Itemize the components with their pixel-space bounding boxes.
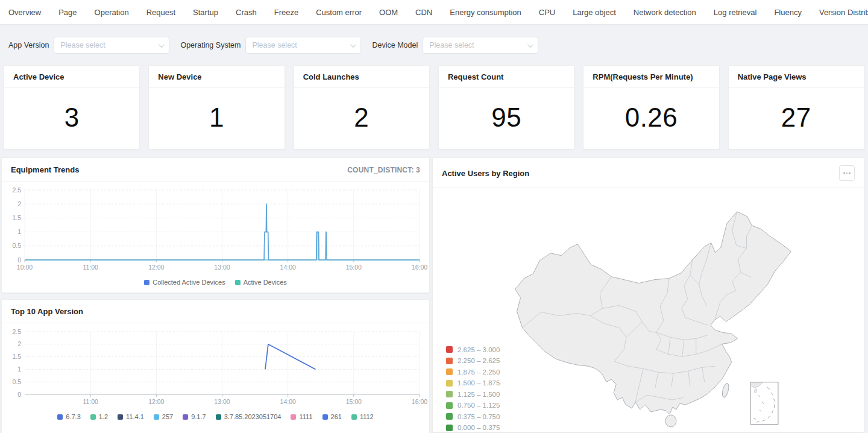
legend-swatch [90,414,96,420]
operating-system-filter: Operating System Please select [180,37,361,54]
legend-item[interactable]: 9.1.7 [183,413,206,420]
tab-overview[interactable]: Overview [8,0,41,24]
card-value: 1 [149,88,284,147]
operating-system-select[interactable]: Please select [245,37,361,54]
app-version-label: App Version [8,41,49,49]
legend-item[interactable]: 1112 [351,413,374,420]
tab-page[interactable]: Page [58,0,77,24]
legend-item[interactable]: 3.7.85.2023051704 [216,413,281,420]
request-count-card: Request Count 95 [438,65,574,150]
device-model-label: Device Model [372,41,418,49]
legend-item-active-devices[interactable]: Active Devices [235,279,287,286]
map-legend-item[interactable]: 1.125 – 1.500 [446,391,500,398]
legend-label: 0.750 – 1.125 [458,402,500,409]
legend-item[interactable]: 261 [322,413,342,420]
svg-text:11:00: 11:00 [83,264,98,271]
legend-label: 11.4.1 [126,413,144,420]
device-model-placeholder: Please select [429,41,474,49]
legend-swatch [322,414,328,420]
legend-swatch [446,346,453,353]
legend-label: 1.500 – 1.875 [458,379,500,387]
tab-operation[interactable]: Operation [95,0,129,24]
svg-text:15:00: 15:00 [346,398,362,405]
card-title: Native Page Views [729,66,864,88]
legend-label: Collected Active Devices [153,279,225,286]
map-legend-item[interactable]: 0.000 – 0.375 [446,424,500,431]
tab-large-object[interactable]: Large object [573,0,616,24]
svg-text:15:00: 15:00 [346,264,362,271]
card-title: Active Device [4,66,139,88]
more-button[interactable] [839,165,855,181]
tab-fluency[interactable]: Fluency [774,0,802,24]
svg-text:1.5: 1.5 [12,214,21,221]
active-device-card: Active Device 3 [4,65,140,150]
legend-swatch [118,414,123,420]
tab-log-retrieval[interactable]: Log retrieval [714,0,757,24]
top-app-version-legend: 6.7.3 1.2 11.4.1 257 [2,413,429,420]
tab-cpu[interactable]: CPU [539,0,555,24]
legend-item[interactable]: 11.4.1 [118,413,144,420]
map-legend-item[interactable]: 0.750 – 1.125 [446,402,500,409]
tab-energy-consumption[interactable]: Energy consumption [450,0,521,24]
tab-freeze[interactable]: Freeze [274,0,298,24]
map-legend-item[interactable]: 0.375 – 0.750 [446,413,500,420]
legend-label: 1.875 – 2.250 [458,368,500,376]
legend-label: 257 [162,413,173,420]
svg-text:12:00: 12:00 [148,398,164,405]
map-legend-item[interactable]: 2.250 – 2.625 [446,357,500,364]
tab-startup[interactable]: Startup [193,0,218,24]
device-model-filter: Device Model Please select [372,37,538,54]
legend-item[interactable]: 1.2 [90,413,108,420]
map-legend-item[interactable]: 1.500 – 1.875 [446,379,500,387]
svg-text:2.5: 2.5 [12,186,21,194]
legend-swatch [183,414,188,420]
legend-swatch [144,280,149,285]
legend-swatch [235,280,241,285]
legend-item[interactable]: 1111 [291,413,312,420]
legend-swatch [57,414,63,420]
tab-network-detection[interactable]: Network detection [634,0,696,24]
legend-swatch [216,414,221,420]
tab-cdn[interactable]: CDN [415,0,432,24]
svg-text:0: 0 [17,391,21,398]
legend-swatch [446,425,453,431]
svg-text:16:00: 16:00 [412,264,427,271]
device-model-select[interactable]: Please select [423,37,538,54]
legend-swatch [446,413,453,420]
svg-text:16:00: 16:00 [412,398,427,405]
tab-oom[interactable]: OOM [379,0,398,24]
legend-item[interactable]: 6.7.3 [57,413,80,420]
legend-swatch [291,414,296,420]
tab-custom-error[interactable]: Custom error [316,0,362,24]
card-title: New Device [149,66,284,88]
legend-label: 2.625 – 3.000 [458,346,500,353]
native-page-views-card: Native Page Views 27 [728,65,864,150]
svg-text:2.5: 2.5 [12,328,21,335]
legend-swatch [446,380,453,387]
map-legend-item[interactable]: 2.625 – 3.000 [446,346,500,353]
app-version-select[interactable]: Please select [54,37,169,54]
svg-text:11:00: 11:00 [83,398,98,405]
svg-text:14:00: 14:00 [280,264,296,271]
tab-crash[interactable]: Crash [236,0,257,24]
legend-swatch [446,402,453,409]
legend-item-collected-active-devices[interactable]: Collected Active Devices [144,279,225,286]
chevron-down-icon [527,42,533,48]
legend-label: 9.1.7 [191,413,206,420]
chevron-down-icon [159,42,165,48]
tab-request[interactable]: Request [146,0,175,24]
top-app-version-panel: Top 10 App Version 00.511.522.511:0012:0… [1,299,430,433]
legend-label: 1.125 – 1.500 [458,391,500,398]
tab-version-distribution[interactable]: Version Distribution [819,0,868,24]
panel-title: Equipment Trends [11,165,79,174]
map-legend-item[interactable]: 1.875 – 2.250 [446,368,500,376]
legend-item[interactable]: 257 [154,413,173,420]
svg-text:0.5: 0.5 [12,242,21,249]
legend-label: 1.2 [99,413,108,420]
card-value: 27 [729,88,864,147]
legend-swatch [446,358,453,364]
legend-swatch [446,368,453,375]
equipment-trends-chart: 00.511.522.510:0011:0012:0013:0014:0015:… [2,184,429,276]
card-title: Cold Launches [294,66,429,88]
equipment-trends-legend: Collected Active Devices Active Devices [2,279,429,286]
